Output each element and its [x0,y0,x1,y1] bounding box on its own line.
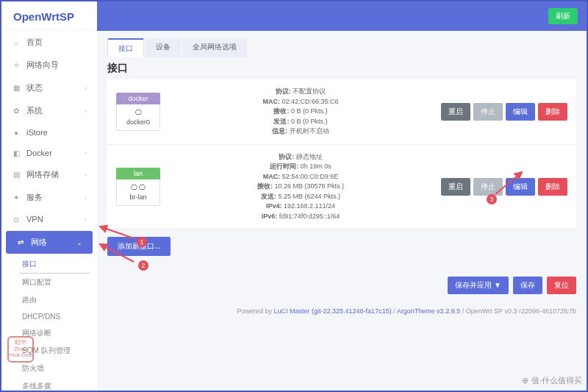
sidebar-icon: ⊙ [12,215,21,224]
device-icon: 🖵 🖵 [117,184,159,191]
interface-badge: docker 🖵docker0 [116,93,160,131]
interface-device: br-lan [117,193,159,201]
sidebar-icon: ✦ [12,193,21,202]
sidebar-sub-1[interactable]: 网口配置 [1,274,97,291]
sidebar-item-label: 网络向导 [26,60,59,71]
save-button[interactable]: 保存 [513,277,542,294]
footer: Powered by LuCI Master (git-22.325.41248… [107,307,576,315]
luci-link[interactable]: LuCI Master (git-22.325.41248-fa17c15) [274,307,392,315]
sidebar-item-4[interactable]: ●iStore [1,122,97,143]
sidebar-item-2[interactable]: ▦状态› [1,76,97,99]
sidebar-item-label: Docker [26,149,52,157]
tab-2[interactable]: 全局网络选项 [182,38,247,57]
interface-actions: 重启 停止 编辑 删除 [441,103,567,121]
watermark: ⊕ 值·什么值得买 [522,375,582,386]
edit-button[interactable]: 编辑 [506,103,535,121]
sidebar-item-5[interactable]: ◧Docker› [1,143,97,163]
sidebar-item-9[interactable]: ⇄网络⌄ [6,231,93,254]
chevron-icon: › [85,171,87,179]
sidebar-icon: ⌂ [12,38,21,47]
stop-button[interactable]: 停止 [473,103,503,121]
sidebar-sub-0[interactable]: 接口 [19,255,90,274]
sidebar-item-7[interactable]: ✦服务› [1,186,97,209]
main-content: 接口设备全局网络选项 接口 docker 🖵docker0 协议: 不配置协议M… [97,31,587,391]
sidebar-sub-7[interactable]: 多线多拨 [1,377,97,391]
tab-1[interactable]: 设备 [146,38,181,57]
sidebar-icon: ⇄ [16,238,25,247]
sidebar-item-label: iStore [26,128,48,137]
sidebar-item-label: 服务 [26,192,43,203]
chevron-icon: › [85,149,87,157]
tabs: 接口设备全局网络选项 [107,38,576,57]
sidebar-icon: ● [12,128,21,137]
logo: OpenWrtSP [1,1,97,31]
sidebar-item-1[interactable]: ✧网络向导 [1,54,97,76]
sidebar-icon: ✧ [12,61,21,70]
chevron-icon: › [85,107,87,115]
theme-link[interactable]: ArgonTheme v2.2.9.5 [397,307,461,315]
svg-line-0 [100,227,134,238]
tab-0[interactable]: 接口 [107,38,144,57]
interface-name: lan [116,168,160,179]
sidebar-item-label: 状态 [26,82,43,93]
sidebar-icon: ▤ [12,171,21,179]
watermark-icon: ⊕ [522,376,528,385]
sidebar-item-label: 网络 [31,237,47,248]
interface-row: docker 🖵docker0 协议: 不配置协议MAC: 02:42:CD:6… [107,79,576,145]
interface-device: docker0 [117,118,159,126]
page-title: 接口 [107,62,576,75]
chevron-icon: ⌄ [76,239,82,246]
sidebar-icon: ▦ [12,84,21,93]
sidebar-item-label: 首页 [26,37,43,48]
refresh-button[interactable]: 刷新 [548,8,578,24]
sidebar-sub-2[interactable]: 路由 [1,291,97,309]
delete-button[interactable]: 删除 [538,178,567,196]
interface-name: docker [116,93,160,104]
seal-stamp: 昭华 Zhao Hua Dee [7,336,34,363]
restart-button[interactable]: 重启 [441,103,470,121]
bottom-actions: 保存并应用 ▼ 保存 复位 [107,277,576,294]
delete-button[interactable]: 删除 [538,103,567,121]
svg-line-2 [495,172,522,194]
interface-badge: lan 🖵 🖵br-lan [116,168,160,206]
chevron-icon: › [85,215,87,223]
sidebar-item-0[interactable]: ⌂首页 [1,31,97,54]
sidebar-item-3[interactable]: ✿系统› [1,99,97,122]
apply-button[interactable]: 保存并应用 ▼ [448,277,509,294]
sidebar-item-label: VPN [26,215,43,224]
sidebar-icon: ✿ [12,107,21,115]
sidebar-sub-3[interactable]: DHCP/DNS [1,309,97,324]
sidebar-item-6[interactable]: ▤网络存储› [1,163,97,186]
svg-line-1 [100,244,134,262]
reset-button[interactable]: 复位 [547,277,576,294]
restart-button[interactable]: 重启 [441,178,470,196]
sidebar-item-8[interactable]: ⊙VPN› [1,209,97,229]
sidebar-item-label: 网络存储 [26,169,59,180]
chevron-icon: › [85,194,87,202]
interface-info: 协议: 不配置协议MAC: 02:42:CD:66:35:C6接收: 0 B (… [160,87,441,137]
interface-info: 协议: 静态地址运行时间: 0h 19m 0sMAC: 52:54:00:C0:… [160,152,441,222]
header: 刷新 [97,1,587,31]
chevron-icon: › [85,85,87,92]
sidebar-item-label: 系统 [26,105,43,116]
sidebar-icon: ◧ [12,149,21,157]
device-icon: 🖵 [117,109,159,116]
